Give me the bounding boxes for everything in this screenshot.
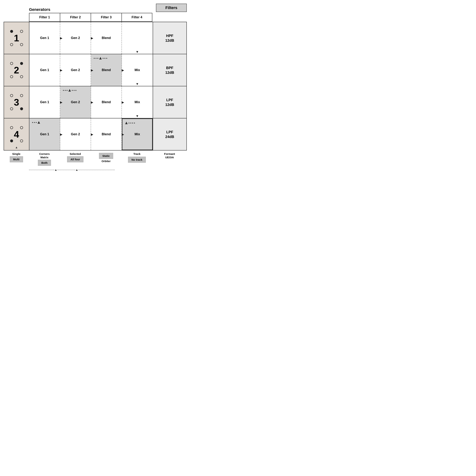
module-row3-blend[interactable]: Blend ▶ (91, 86, 122, 118)
module-label-row2-mix: Mix (135, 68, 140, 72)
module-row1-gen2[interactable]: Gen 2 ▶ (60, 22, 91, 54)
module-row1-gen1[interactable]: Gen 1 ▶ (29, 22, 60, 54)
noise-row4-mix (125, 122, 135, 124)
arrow-down-row3: ▼ (136, 114, 139, 118)
controls-row: Single Multi Corners Matrix Both Selecte… (4, 152, 187, 167)
bottom-dotted-line: ▲ ▲ (4, 168, 187, 171)
arrow-row3-gen2: ▶ (91, 101, 93, 104)
module-row3-mix[interactable]: Mix ▼ (122, 86, 153, 118)
module-label-row2-blend: Blend (102, 68, 111, 72)
voice-controls: Single Multi (4, 152, 29, 163)
orbiter-label[interactable]: Orbiter (91, 160, 121, 163)
ueoia-label[interactable]: UEOIA (153, 156, 186, 159)
layout-controls: Corners Matrix Both (29, 152, 60, 167)
filter-header-4: Filter 4 (121, 13, 152, 22)
module-row2-blend[interactable]: Blend ▶ (91, 54, 122, 86)
module-row4-mix[interactable]: Mix (122, 119, 153, 150)
module-row3-gen1[interactable]: Gen 1 ▶ (29, 86, 60, 118)
module-row4-blend[interactable]: Blend ▶ (91, 119, 122, 150)
module-label-row3-gen2: Gen 2 (71, 100, 80, 104)
module-label-row4-mix: Mix (135, 132, 140, 136)
module-label-row1-gen1: Gen 1 (40, 36, 49, 40)
filter-header-1: Filter 1 (29, 13, 60, 22)
voice-number-1: 1 (14, 33, 19, 44)
generators-label: Generators (4, 7, 50, 12)
arrow-row3-blend: ▶ (122, 101, 124, 104)
arrow-row4-blend: ▶ (122, 133, 124, 136)
voice-number-2: 2 (14, 65, 19, 76)
voice-cell-4[interactable]: 4 ▲ (4, 119, 29, 150)
module-label-row4-gen1: Gen 1 (40, 132, 49, 136)
filters-label: Filters (156, 4, 187, 12)
module-row2-gen1[interactable]: Gen 1 ▶ (29, 54, 60, 86)
mod-controls: Static Orbiter (91, 152, 121, 163)
grid-row-2: 2 Gen 1 ▶ Gen 2 ▶ Blend ▶ Mix (4, 54, 187, 86)
noise-row4-gen1 (32, 121, 40, 124)
filter-cell-3[interactable]: LPF 12dB (153, 86, 187, 118)
module-label-row4-gen2: Gen 2 (71, 132, 80, 136)
track-controls: Track No track (121, 152, 152, 163)
voice-number-4: 4 (14, 129, 19, 140)
all-four-button[interactable]: All four (67, 156, 84, 162)
dot-seg-2 (57, 170, 75, 170)
both-button[interactable]: Both (38, 160, 51, 166)
module-label-row3-gen1: Gen 1 (40, 100, 49, 104)
module-row1-blend[interactable]: Blend (91, 22, 122, 54)
up-arrow-2: ▲ (75, 168, 78, 171)
filter-cell-2[interactable]: BPF 12dB (153, 54, 187, 86)
filter-cell-4[interactable]: LPF 24dB (153, 119, 187, 150)
module-label-row1-gen2: Gen 2 (71, 36, 80, 40)
filter-select-controls: Selected All four (60, 152, 91, 163)
filter-header-3: Filter 3 (91, 13, 121, 22)
module-label-row3-mix: Mix (135, 100, 140, 104)
dot-seg-1 (29, 170, 54, 170)
arrow-down-row1: ▼ (136, 50, 139, 54)
main-grid: 1 Gen 1 ▶ Gen 2 ▶ Blend ▼ (4, 22, 187, 151)
module-row3-gen2[interactable]: Gen 2 ▶ (60, 86, 91, 118)
module-row4-gen2[interactable]: Gen 2 ▶ (60, 119, 91, 150)
single-label[interactable]: Single (4, 152, 28, 155)
grid-row-4: 4 ▲ Gen 1 ▶ Gen 2 ▶ Blend ▶ (4, 119, 187, 150)
arrow-row1-gen2: ▶ (91, 36, 93, 40)
arrow-row4-gen1: ▶ (60, 133, 62, 136)
filter-cell-1[interactable]: HPF 12dB (153, 22, 187, 54)
arrow-row2-blend: ▶ (122, 68, 124, 72)
grid-row-3: 3 Gen 1 ▶ Gen 2 ▶ Blend ▶ Mix (4, 86, 187, 119)
corners-label[interactable]: Corners (30, 152, 59, 155)
top-header: Generators Filters (4, 4, 187, 12)
arrow-row2-gen1: ▶ (60, 68, 62, 72)
dot-seg-3 (78, 170, 115, 170)
up-arrow-1: ▲ (54, 168, 57, 171)
voice-number-3: 3 (14, 97, 19, 108)
formant-label[interactable]: Formant (153, 152, 186, 155)
voice-cell-3[interactable]: 3 (4, 86, 29, 118)
arrow-down-row2: ▼ (136, 82, 139, 86)
filter-header-2: Filter 2 (60, 13, 91, 22)
grid-row-1: 1 Gen 1 ▶ Gen 2 ▶ Blend ▼ (4, 22, 187, 54)
filter-headers-row: Filter 1 Filter 2 Filter 3 Filter 4 (4, 13, 187, 22)
matrix-label[interactable]: Matrix (30, 156, 59, 159)
module-label-row2-gen2: Gen 2 (71, 68, 80, 72)
arrow-row3-gen1: ▶ (60, 101, 62, 104)
multi-button[interactable]: Multi (10, 156, 23, 162)
module-row2-gen2[interactable]: Gen 2 ▶ (60, 54, 91, 86)
module-label-row4-blend: Blend (102, 132, 111, 136)
no-track-button[interactable]: No track (128, 157, 146, 163)
static-button[interactable]: Static (99, 153, 113, 159)
voice-cell-2[interactable]: 2 (4, 54, 29, 86)
noise-row2-blend (94, 57, 107, 59)
arrow-row4-gen2: ▶ (91, 133, 93, 136)
module-row1-mix-empty: ▼ (122, 22, 153, 54)
output-controls: Formant UEOIA (152, 152, 187, 160)
arrow-row1-gen1: ▶ (60, 36, 62, 40)
module-label-row3-blend: Blend (102, 100, 111, 104)
noise-row3-gen2 (63, 89, 76, 92)
module-row2-mix[interactable]: Mix ▼ (122, 54, 153, 86)
track-label[interactable]: Track (122, 152, 152, 155)
module-label-row2-gen1: Gen 1 (40, 68, 49, 72)
module-label-row1-blend: Blend (102, 36, 111, 40)
selected-label[interactable]: Selected (61, 152, 90, 155)
arrow-row2-gen2: ▶ (91, 68, 93, 72)
module-row4-gen1[interactable]: Gen 1 ▶ (29, 119, 60, 150)
voice-cell-1[interactable]: 1 (4, 22, 29, 54)
